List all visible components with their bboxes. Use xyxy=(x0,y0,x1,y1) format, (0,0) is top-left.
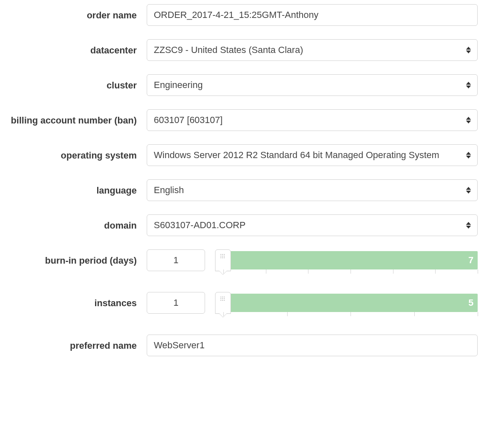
row-instances: instances 5 xyxy=(8,292,478,321)
tick xyxy=(223,269,224,274)
tick xyxy=(351,312,351,316)
cluster-selected-value: Engineering xyxy=(154,80,458,91)
datacenter-select[interactable]: ZZSC9 - United States (Santa Clara) xyxy=(147,39,478,61)
grip-icon xyxy=(220,297,225,302)
row-burn-in: burn-in period (days) 7 xyxy=(8,249,478,279)
instances-slider[interactable]: 5 xyxy=(213,292,478,321)
label-language: language xyxy=(8,179,147,197)
tick xyxy=(393,269,393,274)
burn-in-slider[interactable]: 7 xyxy=(213,249,478,279)
domain-selected-value: S603107-AD01.CORP xyxy=(154,220,458,231)
tick xyxy=(223,312,224,316)
tick xyxy=(414,312,415,316)
label-cluster: cluster xyxy=(8,74,147,92)
label-domain: domain xyxy=(8,214,147,232)
datacenter-selected-value: ZZSC9 - United States (Santa Clara) xyxy=(154,45,458,55)
row-language: language English xyxy=(8,179,478,201)
tick xyxy=(266,269,266,274)
language-select[interactable]: English xyxy=(147,179,478,201)
label-datacenter: datacenter xyxy=(8,39,147,57)
ban-select[interactable]: 603107 [603107] xyxy=(147,109,478,131)
burn-in-max-label: 7 xyxy=(468,255,473,266)
row-datacenter: datacenter ZZSC9 - United States (Santa … xyxy=(8,39,478,61)
tick xyxy=(478,312,478,316)
os-select[interactable]: Windows Server 2012 R2 Standard 64 bit M… xyxy=(147,144,478,166)
row-order-name: order name xyxy=(8,4,478,26)
row-preferred-name: preferred name xyxy=(8,335,478,356)
ban-selected-value: 603107 [603107] xyxy=(154,115,458,126)
slider-handle[interactable] xyxy=(215,292,231,314)
label-os: operating system xyxy=(8,144,147,162)
instances-max-label: 5 xyxy=(468,297,473,308)
order-form: order name datacenter ZZSC9 - United Sta… xyxy=(0,0,496,373)
slider-track: 7 xyxy=(223,251,478,269)
row-ban: billing account number (ban) 603107 [603… xyxy=(8,109,478,131)
domain-select[interactable]: S603107-AD01.CORP xyxy=(147,214,478,236)
os-selected-value: Windows Server 2012 R2 Standard 64 bit M… xyxy=(154,150,458,161)
tick xyxy=(308,269,308,274)
slider-ticks xyxy=(223,312,478,317)
label-ban: billing account number (ban) xyxy=(8,109,147,127)
label-preferred-name: preferred name xyxy=(8,335,147,352)
row-cluster: cluster Engineering xyxy=(8,74,478,96)
preferred-name-input[interactable] xyxy=(147,335,478,356)
language-selected-value: English xyxy=(154,185,458,196)
tick xyxy=(287,312,288,316)
burn-in-input[interactable] xyxy=(147,249,205,271)
label-instances: instances xyxy=(8,292,147,310)
slider-ticks xyxy=(223,269,478,274)
row-os: operating system Windows Server 2012 R2 … xyxy=(8,144,478,166)
tick xyxy=(478,269,478,274)
label-order-name: order name xyxy=(8,4,147,22)
label-burn-in: burn-in period (days) xyxy=(8,249,147,267)
tick xyxy=(435,269,436,274)
grip-icon xyxy=(220,254,225,259)
order-name-input[interactable] xyxy=(147,4,478,26)
tick xyxy=(351,269,351,274)
slider-handle[interactable] xyxy=(215,249,231,271)
cluster-select[interactable]: Engineering xyxy=(147,74,478,96)
row-domain: domain S603107-AD01.CORP xyxy=(8,214,478,236)
instances-input[interactable] xyxy=(147,292,205,314)
slider-track: 5 xyxy=(223,294,478,312)
